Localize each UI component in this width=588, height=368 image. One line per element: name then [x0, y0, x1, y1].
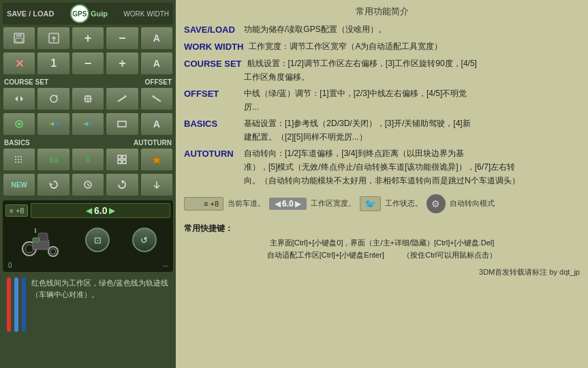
btn-at-5b[interactable] — [140, 173, 173, 196]
basics-label: BASICS — [4, 139, 30, 147]
btn-os-2[interactable] — [37, 112, 69, 136]
section-labels-row2: BASICS AUTOTURN — [4, 139, 172, 147]
autoturn-circle-btn[interactable]: ↺ — [132, 228, 157, 252]
tractor-display: ⊡ ↺ — [5, 220, 170, 260]
btn-cs-2[interactable] — [37, 87, 69, 110]
btn-load[interactable] — [37, 27, 69, 50]
svg-rect-12 — [50, 157, 53, 163]
svg-rect-13 — [55, 157, 58, 163]
course-set-label: COURSE SET — [4, 78, 48, 86]
implement-btn[interactable]: ⊡ — [85, 228, 110, 252]
btn-at-4[interactable] — [106, 173, 138, 196]
btn-os-3[interactable] — [72, 112, 104, 136]
info-block-cs: COURSE SET 航线设置：[1/2]调节工作区左右偏移，[3]工作区旋转9… — [184, 57, 580, 85]
red-bar — [7, 277, 11, 332]
tractor-icon — [19, 223, 63, 257]
btn-plus2[interactable]: + — [106, 52, 138, 75]
info-row-autoturn: AUTOTURN 自动转向：[1/2]车道偏移，[3/4]到终点距离（以田块边界… — [184, 147, 580, 162]
offset-label: OFFSET — [145, 78, 172, 86]
btn-os-a[interactable]: A — [140, 112, 173, 136]
info-key-autoturn: AUTOTURN — [184, 147, 238, 162]
info-row-basics: BASICS 基础设置：[1]参考线（2D/3D/关闭），[3]开/关辅助驾驶，… — [184, 117, 580, 132]
btn-at-5[interactable] — [140, 148, 173, 171]
save-load-label: SAVE / LOAD — [7, 10, 54, 18]
btn-os-1[interactable] — [3, 112, 35, 136]
btn-at-3[interactable] — [72, 173, 104, 196]
blue-bar — [14, 277, 18, 332]
svg-rect-26 — [33, 238, 40, 242]
shortcut-title: 常用快捷键： — [184, 223, 580, 234]
info-indent-basics: 建配置。（[2][5]同样不明觉厉...） — [184, 131, 580, 144]
status-gear-display: ⚙ — [427, 194, 446, 213]
info-indent-autoturn1: 准），[5]模式（无效/终点停止/自动转换车道[该功能很诡异]），[6/7]左右… — [184, 161, 580, 174]
btn-ww-plus[interactable]: + — [72, 27, 104, 50]
btn-os-4[interactable] — [106, 112, 138, 136]
svg-point-7 — [18, 123, 20, 125]
gps-logo-subtext: Guip — [91, 10, 108, 18]
svg-point-21 — [48, 247, 58, 256]
info-key-basics: BASICS — [184, 117, 238, 132]
info-indent-cs: 工作区角度偏移。 — [184, 71, 580, 84]
status-bird-badge: 🐦 — [360, 196, 381, 211]
section-labels-row1: COURSE SET OFFSET — [4, 78, 172, 86]
svg-rect-1 — [16, 33, 22, 37]
btn-minus2[interactable]: − — [72, 52, 104, 75]
btn-save[interactable] — [3, 27, 35, 50]
info-key-offset: OFFSET — [184, 87, 238, 102]
arrow-display: ◀ 6.0 ▶ — [31, 203, 170, 218]
bird-icon: 🐦 — [365, 198, 376, 209]
info-row-cs: COURSE SET 航线设置：[1/2]调节工作区左右偏移，[3]工作区旋转9… — [184, 57, 580, 72]
svg-rect-17 — [123, 160, 126, 164]
info-row-save: SAVE/LOAD 功能为储存/读取GPS配置（没啥用）。 — [184, 23, 580, 37]
footer-text: 3DM首发转载请标注 by dqt_jp — [184, 267, 580, 277]
button-grid-basics — [3, 148, 173, 171]
btn-x[interactable]: ✕ — [3, 52, 35, 75]
dark-blue-bar — [22, 277, 26, 332]
info-val-offset: 中线（绿/蓝）调节：[1]置中，[2/3]中线左右偏移，[4/5]不明觉 — [244, 87, 580, 102]
info-row-offset: OFFSET 中线（绿/蓝）调节：[1]置中，[2/3]中线左右偏移，[4/5]… — [184, 87, 580, 102]
svg-rect-8 — [118, 121, 126, 127]
info-block-autoturn: AUTOTURN 自动转向：[1/2]车道偏移，[3/4]到终点距离（以田块边界… — [184, 147, 580, 187]
info-indent-autoturn2: 向。（自动转向功能模块不太好用，非相邻车道转向而是跳过N个车道调头） — [184, 174, 580, 187]
btn-cs-4[interactable] — [106, 87, 138, 110]
work-width-label: WORK WIDTH — [123, 10, 169, 18]
status-arrow-desc: 工作区宽度。 — [311, 198, 356, 209]
btn-bs-3[interactable] — [72, 148, 104, 171]
status-gear-desc: 自动转向模式 — [450, 198, 495, 209]
btn-at-2[interactable] — [37, 173, 69, 196]
counter-badge: ≡ +8 — [5, 204, 28, 217]
btn-ww-auto[interactable]: A — [140, 27, 173, 50]
btn-a2[interactable]: A — [140, 52, 173, 75]
btn-at-new[interactable]: NEW — [3, 173, 35, 196]
bottom-display: ≡ +8 ◀ 6.0 ▶ — [3, 200, 173, 272]
btn-cs-1[interactable] — [3, 87, 35, 110]
right-title: 常用功能简介 — [184, 5, 580, 18]
color-bar-label: 红色线间为工作区，绿色/蓝色线为轨迹线（车辆中心对准）。 — [31, 277, 169, 300]
info-block-offset: OFFSET 中线（绿/蓝）调节：[1]置中，[2/3]中线左右偏移，[4/5]… — [184, 87, 580, 114]
btn-bs-4[interactable] — [106, 148, 138, 171]
left-panel: SAVE / LOAD GPS Guip WORK WIDTH + − A ✕ … — [0, 0, 176, 368]
svg-rect-16 — [118, 160, 121, 164]
shortcuts-section: 常用快捷键： 主界面[Ctrl]+[小键盘0]，界面（主/主+详细/隐藏）[Ct… — [184, 223, 580, 262]
info-val-basics: 基础设置：[1]参考线（2D/3D/关闭），[3]开/关辅助驾驶，[4]新 — [244, 117, 580, 132]
gps-logo: GPS Guip — [70, 4, 108, 23]
status-bar-row: ≡ +8 当前车道。 ◀ 6.0 ▶ 工作区宽度。 🐦 工作状态。 ⚙ 自动转向… — [184, 194, 580, 213]
btn-cs-5[interactable] — [140, 87, 173, 110]
btn-bs-2[interactable] — [37, 148, 69, 171]
btn-cs-3[interactable] — [72, 87, 104, 110]
info-row-ww: WORK WIDTH 工作宽度：调节工作区宽窄（A为自动适配工具宽度） — [184, 40, 580, 55]
status-counter-desc: 当前车道。 — [228, 198, 265, 209]
color-bars — [7, 277, 26, 332]
info-val-autoturn: 自动转向：[1/2]车道偏移，[3/4]到终点距离（以田块边界为基 — [244, 147, 580, 162]
btn-1[interactable]: 1 — [37, 52, 69, 75]
info-val-save: 功能为储存/读取GPS配置（没啥用）。 — [244, 23, 580, 37]
btn-ww-minus[interactable]: − — [106, 27, 138, 50]
svg-rect-2 — [16, 38, 22, 42]
display-value: 6.0 — [94, 205, 107, 216]
status-bird-desc: 工作状态。 — [385, 198, 422, 209]
bottom-numbers: 0 -- — [5, 262, 170, 269]
svg-point-20 — [25, 245, 33, 253]
bottom-row1: ≡ +8 ◀ 6.0 ▶ — [5, 203, 170, 218]
svg-rect-14 — [118, 155, 121, 159]
btn-bs-1[interactable] — [3, 148, 35, 171]
